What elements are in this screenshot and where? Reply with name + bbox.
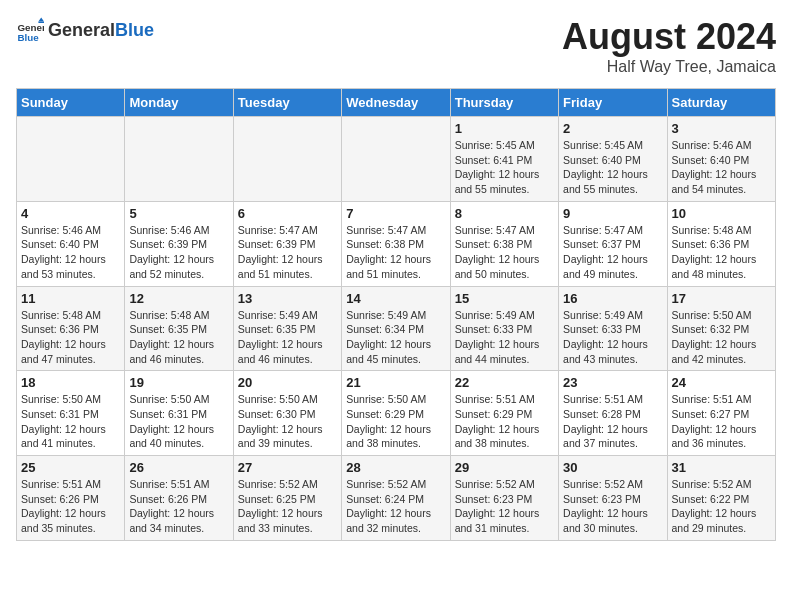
calendar-cell: 18Sunrise: 5:50 AM Sunset: 6:31 PM Dayli… — [17, 371, 125, 456]
day-number: 12 — [129, 291, 228, 306]
day-number: 11 — [21, 291, 120, 306]
day-info: Sunrise: 5:48 AM Sunset: 6:35 PM Dayligh… — [129, 308, 228, 367]
day-number: 26 — [129, 460, 228, 475]
day-info: Sunrise: 5:52 AM Sunset: 6:23 PM Dayligh… — [563, 477, 662, 536]
calendar-cell: 7Sunrise: 5:47 AM Sunset: 6:38 PM Daylig… — [342, 201, 450, 286]
day-info: Sunrise: 5:49 AM Sunset: 6:34 PM Dayligh… — [346, 308, 445, 367]
day-info: Sunrise: 5:45 AM Sunset: 6:40 PM Dayligh… — [563, 138, 662, 197]
logo-text: GeneralBlue — [48, 20, 154, 41]
day-number: 21 — [346, 375, 445, 390]
calendar-cell: 28Sunrise: 5:52 AM Sunset: 6:24 PM Dayli… — [342, 456, 450, 541]
day-header-saturday: Saturday — [667, 89, 775, 117]
day-number: 7 — [346, 206, 445, 221]
calendar-cell: 12Sunrise: 5:48 AM Sunset: 6:35 PM Dayli… — [125, 286, 233, 371]
calendar-cell — [342, 117, 450, 202]
day-info: Sunrise: 5:50 AM Sunset: 6:31 PM Dayligh… — [21, 392, 120, 451]
day-info: Sunrise: 5:51 AM Sunset: 6:26 PM Dayligh… — [21, 477, 120, 536]
day-number: 30 — [563, 460, 662, 475]
day-info: Sunrise: 5:47 AM Sunset: 6:39 PM Dayligh… — [238, 223, 337, 282]
day-number: 24 — [672, 375, 771, 390]
day-header-thursday: Thursday — [450, 89, 558, 117]
title-area: August 2024 Half Way Tree, Jamaica — [562, 16, 776, 76]
calendar-week-5: 25Sunrise: 5:51 AM Sunset: 6:26 PM Dayli… — [17, 456, 776, 541]
calendar-cell: 6Sunrise: 5:47 AM Sunset: 6:39 PM Daylig… — [233, 201, 341, 286]
calendar-cell: 16Sunrise: 5:49 AM Sunset: 6:33 PM Dayli… — [559, 286, 667, 371]
day-info: Sunrise: 5:52 AM Sunset: 6:22 PM Dayligh… — [672, 477, 771, 536]
calendar-cell: 5Sunrise: 5:46 AM Sunset: 6:39 PM Daylig… — [125, 201, 233, 286]
day-info: Sunrise: 5:52 AM Sunset: 6:23 PM Dayligh… — [455, 477, 554, 536]
day-info: Sunrise: 5:46 AM Sunset: 6:40 PM Dayligh… — [21, 223, 120, 282]
day-info: Sunrise: 5:50 AM Sunset: 6:30 PM Dayligh… — [238, 392, 337, 451]
calendar-cell: 19Sunrise: 5:50 AM Sunset: 6:31 PM Dayli… — [125, 371, 233, 456]
logo: General Blue GeneralBlue — [16, 16, 154, 44]
calendar-cell: 26Sunrise: 5:51 AM Sunset: 6:26 PM Dayli… — [125, 456, 233, 541]
day-number: 27 — [238, 460, 337, 475]
day-number: 29 — [455, 460, 554, 475]
day-number: 17 — [672, 291, 771, 306]
day-info: Sunrise: 5:49 AM Sunset: 6:35 PM Dayligh… — [238, 308, 337, 367]
calendar-cell: 1Sunrise: 5:45 AM Sunset: 6:41 PM Daylig… — [450, 117, 558, 202]
day-header-tuesday: Tuesday — [233, 89, 341, 117]
day-number: 5 — [129, 206, 228, 221]
calendar-cell: 3Sunrise: 5:46 AM Sunset: 6:40 PM Daylig… — [667, 117, 775, 202]
header: General Blue GeneralBlue August 2024 Hal… — [16, 16, 776, 76]
day-info: Sunrise: 5:46 AM Sunset: 6:39 PM Dayligh… — [129, 223, 228, 282]
calendar-header-row: SundayMondayTuesdayWednesdayThursdayFrid… — [17, 89, 776, 117]
svg-text:Blue: Blue — [17, 32, 39, 43]
calendar-cell: 15Sunrise: 5:49 AM Sunset: 6:33 PM Dayli… — [450, 286, 558, 371]
day-info: Sunrise: 5:47 AM Sunset: 6:38 PM Dayligh… — [346, 223, 445, 282]
day-info: Sunrise: 5:48 AM Sunset: 6:36 PM Dayligh… — [672, 223, 771, 282]
calendar-week-2: 4Sunrise: 5:46 AM Sunset: 6:40 PM Daylig… — [17, 201, 776, 286]
day-number: 15 — [455, 291, 554, 306]
day-info: Sunrise: 5:51 AM Sunset: 6:27 PM Dayligh… — [672, 392, 771, 451]
calendar-cell: 27Sunrise: 5:52 AM Sunset: 6:25 PM Dayli… — [233, 456, 341, 541]
calendar-cell — [17, 117, 125, 202]
day-number: 19 — [129, 375, 228, 390]
logo-icon: General Blue — [16, 16, 44, 44]
calendar-cell: 2Sunrise: 5:45 AM Sunset: 6:40 PM Daylig… — [559, 117, 667, 202]
calendar-cell: 17Sunrise: 5:50 AM Sunset: 6:32 PM Dayli… — [667, 286, 775, 371]
calendar-cell: 8Sunrise: 5:47 AM Sunset: 6:38 PM Daylig… — [450, 201, 558, 286]
day-number: 16 — [563, 291, 662, 306]
calendar-cell — [125, 117, 233, 202]
calendar-week-4: 18Sunrise: 5:50 AM Sunset: 6:31 PM Dayli… — [17, 371, 776, 456]
day-number: 4 — [21, 206, 120, 221]
day-info: Sunrise: 5:49 AM Sunset: 6:33 PM Dayligh… — [455, 308, 554, 367]
day-header-friday: Friday — [559, 89, 667, 117]
day-number: 1 — [455, 121, 554, 136]
day-number: 14 — [346, 291, 445, 306]
day-number: 2 — [563, 121, 662, 136]
calendar-cell: 31Sunrise: 5:52 AM Sunset: 6:22 PM Dayli… — [667, 456, 775, 541]
day-number: 23 — [563, 375, 662, 390]
calendar-cell: 10Sunrise: 5:48 AM Sunset: 6:36 PM Dayli… — [667, 201, 775, 286]
calendar-cell: 13Sunrise: 5:49 AM Sunset: 6:35 PM Dayli… — [233, 286, 341, 371]
day-number: 28 — [346, 460, 445, 475]
calendar-cell: 11Sunrise: 5:48 AM Sunset: 6:36 PM Dayli… — [17, 286, 125, 371]
calendar-cell: 20Sunrise: 5:50 AM Sunset: 6:30 PM Dayli… — [233, 371, 341, 456]
svg-rect-3 — [38, 22, 44, 23]
day-number: 10 — [672, 206, 771, 221]
day-header-wednesday: Wednesday — [342, 89, 450, 117]
day-header-monday: Monday — [125, 89, 233, 117]
day-number: 9 — [563, 206, 662, 221]
day-number: 18 — [21, 375, 120, 390]
calendar-cell: 9Sunrise: 5:47 AM Sunset: 6:37 PM Daylig… — [559, 201, 667, 286]
calendar-week-3: 11Sunrise: 5:48 AM Sunset: 6:36 PM Dayli… — [17, 286, 776, 371]
day-info: Sunrise: 5:47 AM Sunset: 6:37 PM Dayligh… — [563, 223, 662, 282]
calendar-cell: 21Sunrise: 5:50 AM Sunset: 6:29 PM Dayli… — [342, 371, 450, 456]
calendar-cell: 30Sunrise: 5:52 AM Sunset: 6:23 PM Dayli… — [559, 456, 667, 541]
calendar-week-1: 1Sunrise: 5:45 AM Sunset: 6:41 PM Daylig… — [17, 117, 776, 202]
day-info: Sunrise: 5:50 AM Sunset: 6:32 PM Dayligh… — [672, 308, 771, 367]
day-number: 8 — [455, 206, 554, 221]
day-number: 20 — [238, 375, 337, 390]
day-number: 25 — [21, 460, 120, 475]
svg-marker-2 — [38, 17, 44, 21]
calendar-cell: 22Sunrise: 5:51 AM Sunset: 6:29 PM Dayli… — [450, 371, 558, 456]
day-info: Sunrise: 5:50 AM Sunset: 6:29 PM Dayligh… — [346, 392, 445, 451]
day-info: Sunrise: 5:51 AM Sunset: 6:26 PM Dayligh… — [129, 477, 228, 536]
sub-title: Half Way Tree, Jamaica — [562, 58, 776, 76]
calendar-table: SundayMondayTuesdayWednesdayThursdayFrid… — [16, 88, 776, 541]
day-info: Sunrise: 5:46 AM Sunset: 6:40 PM Dayligh… — [672, 138, 771, 197]
calendar-cell: 14Sunrise: 5:49 AM Sunset: 6:34 PM Dayli… — [342, 286, 450, 371]
calendar-cell: 23Sunrise: 5:51 AM Sunset: 6:28 PM Dayli… — [559, 371, 667, 456]
